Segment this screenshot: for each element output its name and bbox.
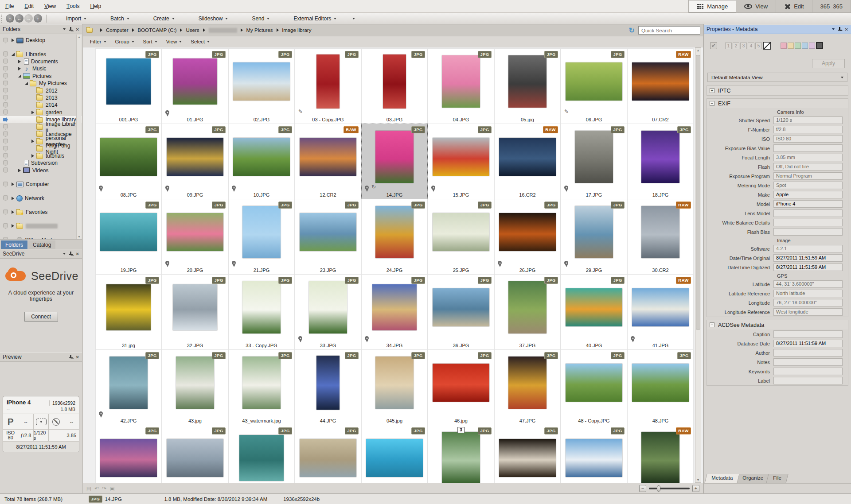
thumbnail-04.JPG[interactable]: JPG04.JPG: [428, 48, 494, 124]
thumbnail-row6-53[interactable]: RAW: [627, 425, 694, 483]
metadata-field-value[interactable]: 8/27/2011 11:51:59 AM: [773, 264, 843, 271]
close-icon[interactable]: ✕: [76, 355, 79, 360]
thumbnail-42.JPG[interactable]: JPG42.JPG: [95, 349, 162, 425]
thumbnail-07.CR2[interactable]: RAW07.CR2: [627, 48, 694, 124]
thumbnail-19.JPG[interactable]: JPG19.JPG: [95, 199, 162, 275]
metadata-section-header[interactable]: +IPTC: [707, 86, 848, 95]
quick-select-shield-icon[interactable]: [3, 81, 8, 86]
thumbnail-05.jpg[interactable]: JPG05.jpg: [494, 48, 561, 124]
sidebar-item-2014[interactable]: 2014: [0, 101, 82, 109]
thumbnail-row6-46[interactable]: JPG: [162, 425, 228, 483]
copy-icon[interactable]: ▣: [109, 485, 114, 492]
thumbnail-16.CR2[interactable]: RAW16.CR2: [494, 124, 561, 199]
rating-button-4[interactable]: 4: [748, 43, 754, 49]
thumbnail-40.JPG[interactable]: JPG40.JPG: [561, 274, 627, 350]
thumbnail-34.JPG[interactable]: JPG34.JPG: [361, 274, 428, 350]
thumbnail-08.JPG[interactable]: JPG08.JPG: [95, 124, 162, 199]
thumbnail-row6-50[interactable]: JPG3: [428, 425, 494, 483]
metadata-field-value[interactable]: [773, 358, 843, 366]
thumbnail-41.JPG[interactable]: RAW41.JPG: [627, 274, 694, 350]
menu-help[interactable]: Help: [85, 0, 106, 12]
thumbnail-02.JPG[interactable]: JPG02.JPG: [228, 48, 295, 124]
color-label-swatch[interactable]: [809, 43, 815, 49]
expander-icon[interactable]: [31, 154, 36, 158]
thumbnail-17.JPG[interactable]: JPG17.JPG: [561, 124, 627, 199]
up-button[interactable]: ↑: [34, 14, 42, 23]
toolbar-overflow-icon[interactable]: [352, 18, 355, 19]
home-button[interactable]: ⌂: [6, 14, 14, 23]
metadata-field-value[interactable]: iPhone 4: [773, 200, 843, 208]
expander-icon[interactable]: [12, 197, 16, 200]
metadata-field-value[interactable]: [773, 368, 843, 375]
metadata-field-value[interactable]: [773, 144, 843, 152]
thumbnail-001.JPG[interactable]: JPG001.JPG: [95, 48, 162, 124]
thumbnail-03 - Copy.JPG[interactable]: JPG✎03 - Copy.JPG: [295, 48, 361, 124]
thumbnail-row6-51[interactable]: JPG: [494, 425, 561, 483]
quick-select-shield-icon[interactable]: [3, 73, 8, 79]
metadata-field-value[interactable]: 76, 27' 18.000000": [773, 299, 843, 306]
thumbnail-37.JPG[interactable]: JPG37.JPG: [494, 274, 561, 350]
thumbnail-21.JPG[interactable]: JPG21.JPG: [228, 199, 295, 275]
back-button[interactable]: ←: [15, 14, 23, 23]
apply-button[interactable]: Apply: [812, 59, 845, 68]
sidebar-item-garden[interactable]: garden: [0, 109, 82, 116]
thumbnail-18.JPG[interactable]: JPG18.JPG: [627, 124, 694, 199]
quick-select-shield-icon[interactable]: [3, 66, 8, 72]
sidebar-item-2013[interactable]: 2013: [0, 94, 82, 101]
thumbnail-row6-48[interactable]: JPG: [295, 425, 361, 483]
expander-icon[interactable]: [18, 67, 23, 70]
rating-button-1[interactable]: 1: [725, 43, 732, 49]
thumbnail-43_watermark.jpg[interactable]: JPG43_watermark.jpg: [228, 349, 295, 425]
zoom-out-button[interactable]: −: [639, 485, 646, 492]
metadata-field-value[interactable]: Spot: [773, 182, 843, 189]
menu-file[interactable]: File: [0, 0, 19, 12]
tab-metadata[interactable]: Metadata: [704, 474, 739, 483]
sidebar-item-pictures[interactable]: Pictures: [0, 73, 82, 80]
sidebar-item-documents[interactable]: Documents: [0, 58, 82, 65]
breadcrumb-item[interactable]: My Pictures: [246, 27, 273, 33]
quick-select-shield-icon[interactable]: [3, 139, 8, 144]
sidebar-item-my-pictures[interactable]: My Pictures: [0, 80, 82, 87]
breadcrumb-item[interactable]: image library: [282, 27, 312, 33]
expander-icon[interactable]: [18, 169, 23, 172]
sidebar-item-2012[interactable]: 2012: [0, 87, 82, 94]
metadata-field-value[interactable]: West longitude: [773, 308, 843, 316]
quick-select-shield-icon[interactable]: [3, 95, 8, 101]
color-label-swatch[interactable]: [816, 42, 823, 49]
tab-organize[interactable]: Organize: [735, 474, 770, 483]
menu-edit[interactable]: Edit: [19, 0, 39, 12]
breadcrumb-item[interactable]: Computer: [106, 27, 129, 33]
toolbar-button-slideshow[interactable]: Slideshow: [192, 13, 234, 24]
metadata-field-value[interactable]: Apple: [773, 191, 843, 198]
metadata-field-value[interactable]: 4.2.1: [773, 245, 843, 252]
toolbar-button-batch[interactable]: Batch: [104, 13, 136, 24]
quick-select-shield-icon[interactable]: [3, 88, 8, 93]
expander-icon[interactable]: [31, 111, 36, 114]
metadata-field-value[interactable]: 8/27/2011 11:51:59 AM: [773, 340, 843, 347]
expander-icon[interactable]: [12, 182, 16, 186]
scroll-up-icon[interactable]: ▲: [695, 49, 701, 52]
panel-menu-icon[interactable]: [832, 28, 835, 30]
thumbnail-44.JPG[interactable]: JPG44.JPG: [295, 349, 361, 425]
rating-button-3[interactable]: 3: [740, 43, 747, 49]
filter-bar-group[interactable]: Group: [112, 37, 138, 47]
toolbar-button-import[interactable]: Import: [60, 13, 93, 24]
quick-select-shield-icon[interactable]: [3, 102, 8, 108]
metadata-field-value[interactable]: 3.85 mm: [773, 154, 843, 161]
sidebar-item-videos[interactable]: Videos: [0, 167, 82, 174]
clear-rating-button[interactable]: [763, 42, 771, 50]
thumbnail-31.jpg[interactable]: JPG31.jpg: [95, 274, 162, 350]
color-label-swatch[interactable]: [795, 43, 801, 49]
quick-select-shield-icon[interactable]: [3, 182, 8, 187]
metadata-field-value[interactable]: [773, 377, 843, 384]
metadata-view-selector[interactable]: Default Metadata View: [707, 73, 847, 82]
thumbnail-row6-52[interactable]: JPG: [561, 425, 627, 483]
thumbnail-48.JPG[interactable]: JPG48.JPG: [627, 349, 694, 425]
thumbnail-09.JPG[interactable]: JPG09.JPG: [162, 124, 228, 199]
thumbnail-06.JPG[interactable]: JPG✎06.JPG: [561, 48, 627, 124]
thumbnail-23.JPG[interactable]: JPG23.JPG: [295, 199, 361, 275]
thumbnail-row6-47[interactable]: JPG: [228, 425, 295, 483]
quick-select-shield-icon[interactable]: [3, 124, 8, 130]
sidebar-item-favorites[interactable]: ★Favorites: [0, 209, 82, 216]
pin-icon[interactable]: [69, 252, 73, 256]
